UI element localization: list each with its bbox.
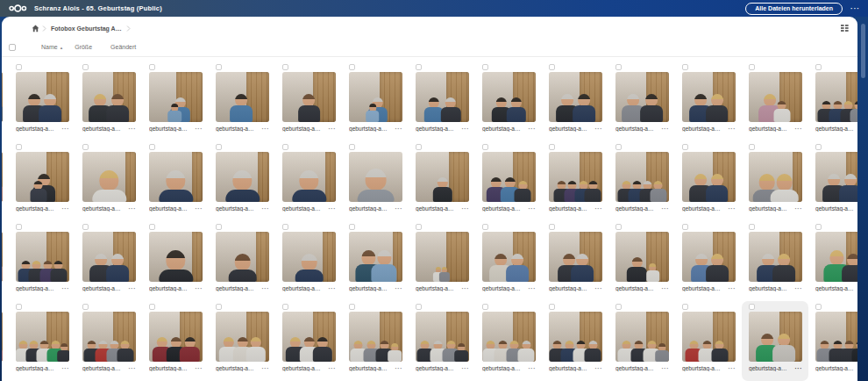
file-more-menu-icon[interactable]: ··· — [529, 126, 537, 132]
file-more-menu-icon[interactable]: ··· — [262, 205, 270, 212]
file-tile[interactable]: geburtstag-a…··· — [142, 61, 209, 141]
file-tile-clipped[interactable]: geburtstag-a…··· — [2, 221, 9, 301]
file-tile[interactable]: geburtstag-a…··· — [475, 61, 542, 141]
file-more-menu-icon[interactable]: ··· — [795, 126, 803, 132]
photo-thumbnail[interactable] — [549, 152, 602, 202]
file-more-menu-icon[interactable]: ··· — [129, 205, 137, 212]
file-checkbox[interactable] — [16, 224, 22, 230]
file-checkbox[interactable] — [216, 224, 222, 230]
file-tile[interactable]: geburtstag-a…··· — [409, 221, 475, 301]
file-checkbox[interactable] — [282, 304, 288, 310]
file-checkbox[interactable] — [82, 144, 89, 150]
file-tile[interactable]: geburtstag-a…··· — [675, 61, 742, 141]
file-tile[interactable]: geburtstag-a…··· — [808, 61, 857, 141]
file-more-menu-icon[interactable]: ··· — [662, 205, 670, 212]
file-tile-clipped[interactable]: geburtstag-a…··· — [2, 301, 9, 381]
file-more-menu-icon[interactable]: ··· — [795, 205, 803, 212]
photo-thumbnail[interactable] — [682, 152, 736, 202]
file-checkbox[interactable] — [149, 224, 155, 230]
file-tile[interactable]: geburtstag-a…··· — [475, 221, 542, 301]
file-tile[interactable]: geburtstag-a…··· — [608, 221, 675, 301]
photo-thumbnail[interactable] — [82, 72, 136, 122]
photo-thumbnail[interactable] — [815, 312, 857, 362]
photo-thumbnail[interactable] — [749, 232, 802, 282]
file-tile[interactable]: geburtstag-a…··· — [209, 301, 275, 381]
file-checkbox[interactable] — [149, 64, 155, 70]
photo-thumbnail[interactable] — [549, 72, 602, 122]
file-tile[interactable]: geburtstag-a…··· — [742, 301, 808, 381]
file-more-menu-icon[interactable]: ··· — [462, 365, 470, 371]
file-more-menu-icon[interactable]: ··· — [262, 285, 270, 291]
file-tile[interactable]: geburtstag-a…··· — [209, 141, 275, 221]
file-more-menu-icon[interactable]: ··· — [395, 285, 403, 291]
file-tile[interactable]: geburtstag-a…··· — [75, 141, 142, 221]
file-checkbox[interactable] — [749, 304, 755, 310]
photo-thumbnail[interactable] — [349, 152, 402, 202]
file-tile[interactable]: geburtstag-a…··· — [742, 61, 808, 141]
file-more-menu-icon[interactable]: ··· — [529, 365, 537, 371]
photo-thumbnail[interactable] — [682, 312, 736, 362]
file-checkbox[interactable] — [16, 144, 22, 150]
file-more-menu-icon[interactable]: ··· — [462, 205, 470, 212]
file-more-menu-icon[interactable]: ··· — [196, 285, 203, 291]
file-tile[interactable]: geburtstag-a…··· — [342, 141, 409, 221]
file-checkbox[interactable] — [216, 304, 222, 310]
file-more-menu-icon[interactable]: ··· — [262, 126, 270, 132]
file-checkbox[interactable] — [682, 144, 688, 150]
file-tile[interactable]: geburtstag-a…··· — [9, 61, 75, 141]
file-tile[interactable]: geburtstag-a…··· — [75, 221, 142, 301]
photo-thumbnail[interactable] — [482, 72, 536, 122]
file-more-menu-icon[interactable]: ··· — [129, 126, 137, 132]
sort-by-name-header[interactable]: Name — [41, 44, 58, 50]
file-tile[interactable]: geburtstag-a…··· — [675, 221, 742, 301]
file-tile[interactable]: geburtstag-a…··· — [75, 301, 142, 381]
photo-thumbnail[interactable] — [482, 152, 536, 202]
file-more-menu-icon[interactable]: ··· — [795, 285, 803, 291]
file-checkbox[interactable] — [549, 304, 555, 310]
file-tile[interactable]: geburtstag-a…··· — [675, 141, 742, 221]
photo-thumbnail[interactable] — [282, 72, 336, 122]
file-checkbox[interactable] — [16, 64, 22, 70]
file-more-menu-icon[interactable]: ··· — [129, 285, 137, 291]
photo-thumbnail[interactable] — [682, 232, 736, 282]
file-tile[interactable]: geburtstag-a…··· — [142, 301, 209, 381]
file-checkbox[interactable] — [349, 144, 355, 150]
file-more-menu-icon[interactable]: ··· — [729, 285, 736, 291]
file-tile[interactable]: geburtstag-a…··· — [275, 221, 342, 301]
file-more-menu-icon[interactable]: ··· — [329, 126, 337, 132]
file-tile-clipped[interactable]: geburtstag-a…··· — [2, 141, 9, 221]
sort-by-size-header[interactable]: Größe — [75, 44, 92, 50]
file-checkbox[interactable] — [82, 304, 89, 310]
file-checkbox[interactable] — [615, 224, 622, 230]
photo-thumbnail[interactable] — [749, 312, 802, 362]
file-tile[interactable]: geburtstag-a…··· — [142, 221, 209, 301]
file-tile[interactable]: geburtstag-a…··· — [409, 61, 475, 141]
file-more-menu-icon[interactable]: ··· — [196, 365, 203, 371]
file-more-menu-icon[interactable]: ··· — [62, 205, 70, 212]
file-checkbox[interactable] — [815, 224, 822, 230]
photo-thumbnail[interactable] — [615, 232, 669, 282]
file-tile[interactable]: geburtstag-a…··· — [542, 61, 608, 141]
file-tile[interactable]: geburtstag-a…··· — [542, 301, 608, 381]
file-checkbox[interactable] — [815, 144, 822, 150]
download-all-button[interactable]: Alle Dateien herunterladen — [745, 3, 843, 15]
file-checkbox[interactable] — [815, 64, 822, 70]
file-tile[interactable]: geburtstag-a…··· — [142, 141, 209, 221]
file-tile[interactable]: geburtstag-a…··· — [475, 301, 542, 381]
file-tile[interactable]: geburtstag-a…··· — [9, 221, 75, 301]
file-checkbox[interactable] — [682, 224, 688, 230]
home-icon[interactable] — [32, 25, 39, 32]
file-checkbox[interactable] — [416, 304, 422, 310]
photo-thumbnail[interactable] — [416, 232, 469, 282]
file-checkbox[interactable] — [282, 64, 288, 70]
file-tile-clipped[interactable]: geburtstag-a…··· — [2, 61, 9, 141]
photo-thumbnail[interactable] — [749, 72, 802, 122]
file-more-menu-icon[interactable]: ··· — [395, 205, 403, 212]
file-checkbox[interactable] — [416, 224, 422, 230]
photo-thumbnail[interactable] — [615, 72, 669, 122]
file-tile[interactable]: geburtstag-a…··· — [9, 141, 75, 221]
file-checkbox[interactable] — [416, 64, 422, 70]
file-tile[interactable]: geburtstag-a…··· — [209, 61, 275, 141]
file-tile[interactable]: geburtstag-a…··· — [808, 221, 857, 301]
file-checkbox[interactable] — [682, 304, 688, 310]
